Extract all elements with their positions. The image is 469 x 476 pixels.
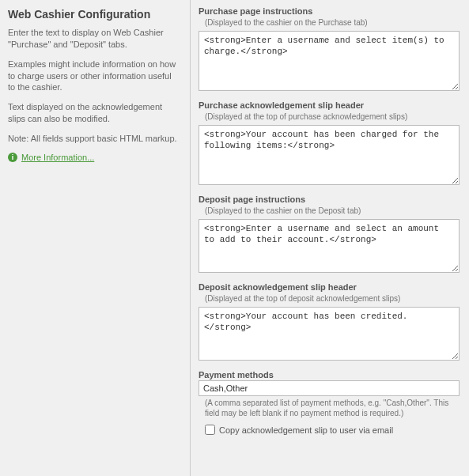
sidebar: Web Cashier Configuration Enter the text… (0, 0, 190, 476)
field-hint: (Displayed at the top of purchase acknow… (205, 111, 460, 122)
field-label: Deposit acknowledgement slip header (199, 282, 460, 292)
field-purchase-ack: Purchase acknowledgement slip header (Di… (199, 100, 460, 187)
info-icon: i (8, 153, 17, 162)
field-deposit-ack: Deposit acknowledgement slip header (Dis… (199, 282, 460, 362)
field-deposit-instructions: Deposit page instructions (Displayed to … (199, 195, 460, 274)
field-label: Deposit page instructions (199, 195, 460, 204)
sidebar-para: Text displayed on the acknowledgement sl… (8, 101, 180, 125)
field-hint: (Displayed to the cashier on the Deposit… (205, 206, 460, 216)
field-label: Payment methods (199, 370, 460, 380)
deposit-ack-input[interactable] (199, 307, 460, 361)
copy-ack-row: Copy acknowledgement slip to user via em… (205, 425, 460, 435)
payment-methods-input[interactable] (199, 380, 460, 396)
more-info-row: i More Information... (8, 153, 180, 162)
purchase-ack-input[interactable] (199, 125, 460, 185)
field-label: Purchase acknowledgement slip header (199, 100, 460, 110)
field-hint: (Displayed at the top of deposit acknowl… (205, 293, 460, 304)
field-purchase-instructions: Purchase page instructions (Displayed to… (199, 6, 460, 93)
copy-ack-label[interactable]: Copy acknowledgement slip to user via em… (219, 425, 393, 435)
field-payment-methods: Payment methods (A comma separated list … (199, 370, 460, 435)
more-info-link[interactable]: More Information... (21, 153, 94, 162)
sidebar-para: Enter the text to display on Web Cashier… (8, 27, 180, 51)
sidebar-para: Examples might include information on ho… (8, 59, 180, 94)
page-title: Web Cashier Configuration (8, 8, 180, 21)
copy-ack-checkbox[interactable] (205, 425, 215, 435)
field-hint: (A comma separated list of payment metho… (205, 398, 460, 418)
sidebar-para: Note: All fields support basic HTML mark… (8, 133, 180, 145)
purchase-instructions-input[interactable] (199, 31, 460, 91)
field-hint: (Displayed to the cashier on the Purchas… (205, 17, 460, 28)
deposit-instructions-input[interactable] (199, 219, 460, 273)
field-label: Purchase page instructions (199, 6, 460, 16)
main-form: Purchase page instructions (Displayed to… (191, 0, 469, 476)
